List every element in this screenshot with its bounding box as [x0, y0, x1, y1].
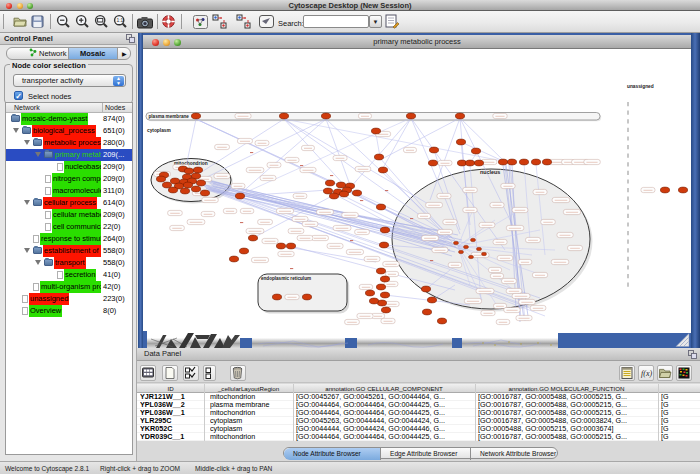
svg-text:plasma membrane: plasma membrane: [149, 114, 190, 119]
svg-text:1:1: 1:1: [116, 17, 123, 23]
svg-text:nucleus: nucleus: [480, 169, 500, 175]
svg-text:f(x): f(x): [641, 369, 652, 378]
svg-text:endoplasmic reticulum: endoplasmic reticulum: [261, 276, 311, 281]
svg-text:unassigned: unassigned: [627, 84, 654, 89]
svg-text:cytoplasm: cytoplasm: [147, 128, 171, 133]
